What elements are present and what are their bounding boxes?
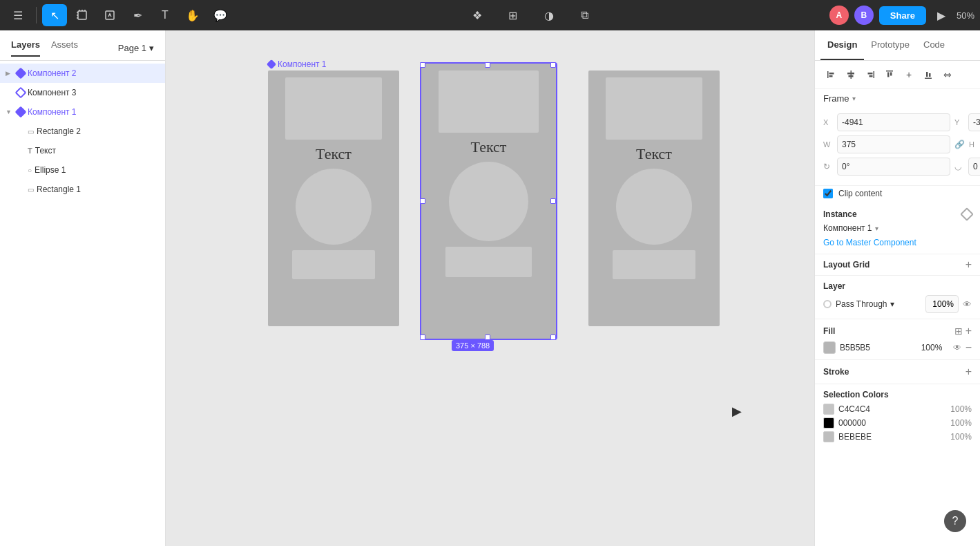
selection-handle-br[interactable] (550, 335, 556, 340)
shape-tool-button[interactable] (97, 4, 122, 26)
align-middle-button[interactable]: + (901, 66, 917, 83)
menu-button[interactable]: ☰ (6, 4, 30, 26)
rotation-input[interactable] (837, 158, 950, 176)
rotation-radius-row: ↻ ◡ ⊞ (823, 158, 972, 176)
clip-content-checkbox[interactable] (823, 189, 833, 198)
sel-hex-1: C4C4C4 (838, 404, 946, 414)
instance-section: Instance Компонент 1 ▾ Go to Master Comp… (815, 204, 980, 254)
sel-swatch-3[interactable] (823, 431, 834, 442)
component-label: Компонент 1 (268, 59, 327, 69)
component-icon-button[interactable]: ❖ (465, 4, 490, 26)
frame-card-3[interactable]: Текст (588, 70, 720, 326)
design-tab[interactable]: Design (820, 30, 864, 60)
mask-icon-button[interactable]: ◑ (537, 4, 561, 26)
stroke-header: Stroke + (823, 366, 972, 378)
y-input[interactable] (968, 113, 980, 131)
layer-item-text[interactable]: T Текст (0, 141, 165, 160)
layer-item-ellipse1[interactable]: ○ Ellipse 1 (0, 160, 165, 180)
frame-card-1[interactable]: Текст (268, 70, 399, 326)
sel-swatch-2[interactable] (823, 417, 834, 429)
radius-input[interactable] (968, 158, 980, 176)
svg-rect-7 (106, 11, 114, 19)
selection-handle-mr[interactable] (550, 198, 556, 204)
prototype-tab[interactable]: Prototype (864, 30, 916, 60)
svg-rect-20 (925, 78, 932, 79)
selection-handle-bm[interactable] (485, 335, 490, 340)
diamond-filled-icon (15, 106, 27, 118)
w-label: W (823, 140, 833, 149)
right-panel: Design Prototype Code + ⇔ (814, 30, 980, 546)
layer-item-component1[interactable]: ▼ Компонент 1 (0, 102, 165, 122)
fill-visibility-button[interactable]: 👁 (953, 343, 961, 352)
layer-name: Rectangle 2 (37, 126, 160, 136)
select-tool-button[interactable]: ↖ (42, 4, 67, 26)
page-selector[interactable]: Page 1 ▾ (118, 43, 154, 53)
selection-handle-tr[interactable] (550, 62, 556, 68)
cursor-arrow: ▶ (732, 404, 742, 419)
layer-item-component2[interactable]: ▶ Компонент 2 (0, 64, 165, 83)
visibility-toggle-button[interactable]: 👁 (963, 299, 972, 310)
frame-tool-button[interactable] (70, 4, 95, 26)
align-top-button[interactable] (881, 66, 898, 83)
layers-tab[interactable]: Layers (11, 39, 40, 57)
hand-tool-button[interactable]: ✋ (180, 4, 205, 26)
assets-tab[interactable]: Assets (51, 39, 78, 57)
goto-master-link[interactable]: Go to Master Component (823, 238, 916, 247)
add-fill-button[interactable]: + (965, 325, 972, 337)
help-button[interactable]: ? (944, 510, 966, 532)
card-bottom-rect-1 (292, 250, 375, 279)
svg-rect-8 (827, 71, 829, 78)
instance-name-dropdown-icon[interactable]: ▾ (875, 225, 878, 232)
main-area: Layers Assets Page 1 ▾ ▶ Компонент 2 Ком… (0, 30, 980, 546)
selection-handle-bl[interactable] (420, 335, 425, 340)
fill-color-swatch[interactable] (823, 341, 836, 354)
layer-item-component3[interactable]: Компонент 3 (0, 83, 165, 102)
add-stroke-button[interactable]: + (965, 366, 972, 378)
w-input[interactable] (837, 135, 950, 153)
blend-mode-select[interactable]: Pass Through ▾ (836, 299, 921, 309)
align-bottom-button[interactable] (920, 66, 936, 83)
fill-header-buttons: ⊞ + (954, 325, 972, 337)
svg-rect-11 (851, 70, 852, 79)
x-label: X (823, 118, 833, 126)
component-label-text: Компонент 1 (278, 59, 327, 69)
code-tab[interactable]: Code (916, 30, 952, 60)
align-right-button[interactable] (862, 66, 878, 83)
toolbar-center: ❖ ⊞ ◑ ⧉ (236, 4, 827, 26)
play-button[interactable]: ▶ (932, 6, 951, 25)
lock-ratio-button[interactable]: 🔗 (954, 137, 965, 152)
layer-item-rectangle1[interactable]: ▭ Rectangle 1 (0, 180, 165, 199)
fill-style-button[interactable]: ⊞ (954, 325, 963, 337)
sel-swatch-1[interactable] (823, 404, 834, 415)
fill-title: Fill (823, 326, 835, 336)
x-input[interactable] (837, 113, 950, 131)
frame-dropdown[interactable]: Frame ▾ (823, 93, 856, 104)
selection-handle-tl[interactable] (420, 62, 425, 68)
opacity-input[interactable] (925, 295, 959, 313)
align-center-h-button[interactable] (843, 66, 859, 83)
svg-rect-18 (887, 73, 890, 77)
svg-rect-19 (890, 73, 892, 76)
canvas[interactable]: Компонент 1 Текст Текст 375 × 788 (166, 30, 814, 546)
instance-header: Instance (823, 209, 972, 219)
frame-card-2[interactable]: Текст (421, 64, 556, 339)
xy-row: X Y (823, 113, 972, 131)
arrange-icon-button[interactable]: ⧉ (573, 4, 597, 26)
distribute-h-button[interactable]: ⇔ (939, 66, 956, 83)
fill-opacity-value: 100% (921, 343, 949, 352)
card-top-rect-2 (439, 70, 539, 133)
selection-handle-tm[interactable] (485, 62, 490, 68)
comment-tool-button[interactable]: 💬 (208, 4, 233, 26)
layer-item-rectangle2[interactable]: ▭ Rectangle 2 (0, 122, 165, 141)
align-left-button[interactable] (823, 66, 840, 83)
remove-fill-button[interactable]: − (965, 341, 972, 354)
sel-color-row-1: C4C4C4 100% (823, 404, 972, 415)
selection-handle-ml[interactable] (420, 198, 425, 204)
pen-tool-button[interactable]: ✒ (125, 4, 150, 26)
share-button[interactable]: Share (879, 6, 926, 25)
text-tool-button[interactable]: T (153, 4, 177, 26)
add-layout-grid-button[interactable]: + (965, 258, 972, 271)
auto-layout-icon-button[interactable]: ⊞ (501, 4, 526, 26)
svg-rect-9 (829, 73, 834, 75)
rect-icon: ▭ (28, 186, 34, 194)
